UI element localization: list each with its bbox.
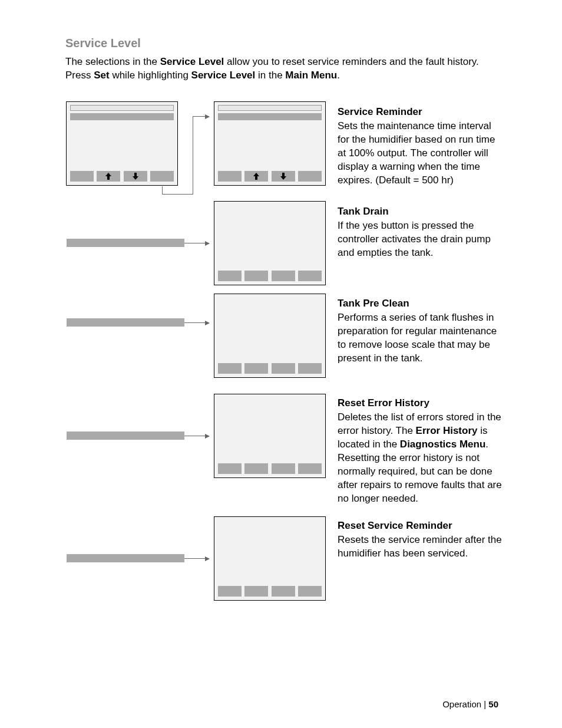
softkey-2[interactable] xyxy=(244,271,268,281)
softkey-3[interactable] xyxy=(272,363,295,374)
softkey-2[interactable] xyxy=(244,586,268,597)
screen-tank-pre-clean xyxy=(214,294,326,378)
connector-line xyxy=(162,186,163,195)
softkey-3[interactable] xyxy=(272,463,295,474)
screen-button-row xyxy=(218,363,322,374)
connector-line xyxy=(193,116,193,195)
softkey-4[interactable] xyxy=(298,463,322,474)
intro-b2: Set xyxy=(94,70,109,81)
softkey-1[interactable] xyxy=(70,171,94,182)
desc-body: If the yes button is pressed the control… xyxy=(338,219,503,260)
footer-sep: | xyxy=(481,699,488,709)
desc-reset-error: Reset Error History Deletes the list of … xyxy=(338,397,503,506)
arrow-up-icon xyxy=(105,173,111,180)
softkey-4[interactable] xyxy=(150,171,174,182)
menu-item-bar xyxy=(67,318,184,327)
arrow-icon xyxy=(184,436,209,436)
softkey-1[interactable] xyxy=(218,363,242,374)
desc-heading: Tank Drain xyxy=(338,205,503,219)
softkey-4[interactable] xyxy=(298,586,322,597)
screen-button-row xyxy=(70,171,174,182)
page-footer: Operation | 50 xyxy=(442,699,498,710)
softkey-down[interactable] xyxy=(124,171,147,182)
menu-item-bar xyxy=(67,431,184,440)
page-number: 50 xyxy=(488,699,498,709)
softkey-3[interactable] xyxy=(272,271,295,281)
screen-button-row xyxy=(218,463,322,474)
softkey-up[interactable] xyxy=(97,171,120,182)
desc-heading: Reset Error History xyxy=(338,397,503,410)
intro-b1: Service Level xyxy=(160,56,224,67)
arrow-icon xyxy=(184,558,209,559)
screen-reset-service xyxy=(214,516,326,601)
screen-button-row xyxy=(218,171,322,182)
softkey-down[interactable] xyxy=(272,171,295,182)
screen-button-row xyxy=(218,271,322,281)
softkey-1[interactable] xyxy=(218,271,242,281)
desc-tank-drain: Tank Drain If the yes button is pressed … xyxy=(338,205,503,260)
desc-body: Resets the service reminder after the hu… xyxy=(338,533,503,561)
arrow-down-icon xyxy=(280,173,286,180)
softkey-3[interactable] xyxy=(272,586,295,597)
screen-main-menu xyxy=(66,101,178,186)
screen-title-bar xyxy=(70,105,174,111)
screen-title-bar xyxy=(218,105,322,111)
desc-heading: Tank Pre Clean xyxy=(338,297,503,311)
footer-section: Operation xyxy=(442,699,481,709)
intro-paragraph: The selections in the Service Level allo… xyxy=(65,55,501,83)
softkey-2[interactable] xyxy=(244,463,268,474)
desc-heading: Reset Service Reminder xyxy=(338,519,503,533)
softkey-4[interactable] xyxy=(298,363,322,374)
softkey-4[interactable] xyxy=(298,171,322,182)
softkey-2[interactable] xyxy=(244,363,268,374)
desc-reset-service: Reset Service Reminder Resets the servic… xyxy=(338,519,503,561)
intro-t1: The selections in the xyxy=(65,56,160,67)
arrow-icon xyxy=(193,116,209,117)
desc-body: Deletes the list of errors stored in the… xyxy=(338,411,503,506)
intro-b4: Main Menu xyxy=(285,70,337,81)
softkey-1[interactable] xyxy=(218,463,242,474)
desc-body: Performs a series of tank flushes in pre… xyxy=(338,311,503,365)
connector-line xyxy=(162,194,193,195)
b: Error History xyxy=(416,425,478,436)
desc-heading: Service Reminder xyxy=(338,106,503,119)
intro-t3: while highlighting xyxy=(110,70,191,81)
intro-b3: Service Level xyxy=(191,70,256,81)
menu-item-bar xyxy=(67,554,184,562)
desc-tank-pre-clean: Tank Pre Clean Performs a series of tank… xyxy=(338,297,503,365)
b: Diagnostics Menu xyxy=(400,439,485,450)
screen-reset-error xyxy=(214,394,326,478)
screen-button-row xyxy=(218,586,322,597)
softkey-1[interactable] xyxy=(218,586,242,597)
arrow-icon xyxy=(184,243,209,243)
softkey-4[interactable] xyxy=(298,271,322,281)
screen-service-level xyxy=(214,101,326,186)
menu-item-bar xyxy=(67,239,184,247)
softkey-up[interactable] xyxy=(244,171,268,182)
screen-highlight-row xyxy=(218,113,322,120)
page-title: Service Level xyxy=(65,35,141,51)
arrow-up-icon xyxy=(253,173,259,180)
screen-tank-drain xyxy=(214,201,326,285)
arrow-icon xyxy=(184,322,209,323)
desc-service-reminder: Service Reminder Sets the maintenance ti… xyxy=(338,106,503,187)
arrow-down-icon xyxy=(133,173,138,180)
screen-highlight-row xyxy=(70,113,174,120)
desc-body: Sets the maintenance time interval for t… xyxy=(338,120,503,187)
intro-t5: . xyxy=(337,70,340,81)
softkey-1[interactable] xyxy=(218,171,242,182)
intro-t4: in the xyxy=(255,70,285,81)
